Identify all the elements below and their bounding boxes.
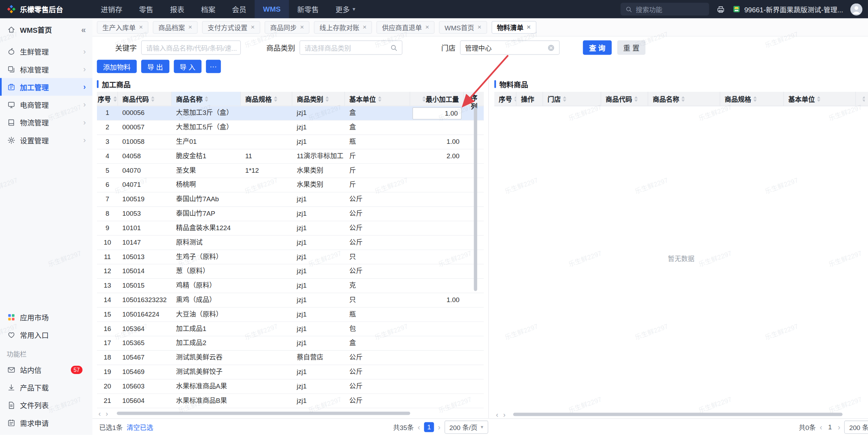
column-header-idx[interactable]: 序号 [494, 92, 517, 106]
tab-close-icon[interactable]: × [363, 24, 366, 30]
table-row[interactable]: 16105364加工成品1jzj1包 [97, 322, 484, 336]
sidebar-item-wms-home[interactable]: WMS首页 « [0, 18, 92, 41]
scroll-left-icon[interactable]: ‹ [97, 410, 103, 417]
column-header-store[interactable]: 门店 [543, 92, 601, 106]
next-page-icon[interactable]: › [438, 423, 441, 431]
topnav-item[interactable]: 新零售 [289, 0, 327, 18]
column-header-spec[interactable]: 商品规格 [241, 92, 292, 106]
keyword-input[interactable]: 请输入商品名称/代码/条码/速... [141, 41, 241, 55]
column-header-unit[interactable]: 基本单位 [784, 92, 856, 106]
table-row[interactable]: 20105603水果标准商品A果jzj1公斤 [97, 380, 484, 394]
sidebar-tool-item[interactable]: 站内信57 [0, 361, 92, 378]
tab-close-icon[interactable]: × [188, 24, 192, 30]
tab-item[interactable]: 支付方式设置× [202, 21, 260, 33]
column-header-category[interactable]: 商品类别 [292, 92, 345, 106]
current-page-button[interactable]: 1 [424, 422, 434, 432]
tab-close-icon[interactable]: × [527, 24, 530, 30]
sidebar-item[interactable]: 加工管理› [0, 78, 92, 96]
category-search-icon[interactable] [390, 44, 397, 51]
next-page-icon[interactable]: › [838, 423, 840, 431]
tab-close-icon[interactable]: × [300, 24, 304, 30]
table-row[interactable]: 12105014葱（原料）jzj1公斤 [97, 264, 484, 279]
table-row[interactable]: 810053泰国山竹7APjzj1公斤 [97, 207, 484, 221]
table-row[interactable]: 13105015鸡精（原料）jzj1克 [97, 279, 484, 293]
sidebar-tool-item[interactable]: 文件列表 [0, 396, 92, 414]
column-header-name[interactable]: 商品名称 [172, 92, 241, 106]
sidebar-item[interactable]: 物流管理› [0, 114, 92, 131]
scroll-right-icon[interactable]: › [104, 410, 110, 417]
column-header-op[interactable]: 操作 [516, 92, 543, 106]
store-filter-input[interactable]: 管理中心 [460, 41, 560, 55]
category-input[interactable]: 请选择商品类别 [299, 41, 402, 55]
store-selector[interactable]: 99661-新界面果蔬版测试-管理... [733, 4, 843, 14]
action-button[interactable]: 导 出 [141, 60, 169, 73]
column-header-name[interactable]: 商品名称 [648, 92, 720, 106]
action-button[interactable]: 导 入 [174, 60, 201, 73]
avatar[interactable] [850, 3, 863, 16]
topnav-item[interactable]: 进销存 [92, 0, 130, 18]
table-row[interactable]: 7100519泰国山竹7AAbjzj1公斤 [97, 192, 484, 207]
table-row[interactable]: 1010147原料测试jzj1公斤 [97, 236, 484, 250]
clear-icon[interactable] [547, 44, 554, 51]
table-row[interactable]: 604071杨桃啊水果类别斤 [97, 178, 484, 192]
table-row[interactable]: 504070圣女果1*12水果类别斤 [97, 164, 484, 178]
table-row[interactable]: 19105469测试凯美鲜饺子jzj1公斤 [97, 365, 484, 380]
sidebar-item[interactable]: 生鲜管理› [0, 43, 92, 60]
action-button[interactable]: ⋯ [206, 60, 221, 73]
topnav-item[interactable]: 档案 [193, 0, 224, 18]
table-row[interactable]: 151050164224大豆油（原料）jzj1瓶 [97, 308, 484, 322]
sidebar-item[interactable]: 应用市场 [0, 308, 92, 326]
tab-item[interactable]: 线上存款对账× [314, 21, 372, 33]
scrollbar-thumb[interactable] [117, 412, 410, 415]
topnav-item[interactable]: 更多▾ [327, 0, 364, 18]
column-header-code[interactable]: 商品代码 [118, 92, 171, 106]
topnav-item[interactable]: 报表 [162, 0, 193, 18]
min-qty-input[interactable]: 1.00 [412, 107, 462, 120]
sidebar-tool-item[interactable]: 需求申请 [0, 414, 92, 431]
global-search-input[interactable]: 搜索功能 [621, 3, 709, 16]
sidebar-item[interactable]: 设置管理› [0, 131, 92, 149]
column-header-min_qty[interactable]: 最小加工量 [410, 92, 464, 106]
page-size-select[interactable]: 200 条/页 ▾ [844, 420, 868, 434]
tab-close-icon[interactable]: × [478, 24, 481, 30]
table-row[interactable]: 17105365加工成品2jzj1盒 [97, 336, 484, 351]
tab-item[interactable]: 生产入库单× [97, 21, 148, 33]
table-row[interactable]: 21105604水果标准商品B果jzj1公斤 [97, 394, 484, 408]
table-row[interactable]: 18105467测试凯美鲜云吞蔡自营店公斤 [97, 351, 484, 365]
scrollbar-track[interactable] [509, 413, 868, 416]
tab-item[interactable]: 物料清单× [491, 21, 536, 33]
table-row[interactable]: 11105013生鸡子（原料）jzj1只 [97, 250, 484, 264]
reset-button[interactable]: 重 置 [617, 41, 645, 55]
column-header-extra[interactable] [856, 92, 864, 106]
column-header-seq[interactable]: 序列 [464, 92, 479, 106]
tab-close-icon[interactable]: × [425, 24, 429, 30]
scroll-right-icon[interactable]: › [502, 411, 507, 418]
sidebar-item[interactable]: 常用入口 [0, 326, 92, 343]
tab-close-icon[interactable]: × [251, 24, 255, 30]
tab-item[interactable]: 商品档案× [153, 21, 198, 33]
right-current-page[interactable]: 1 [826, 423, 834, 431]
table-row[interactable]: 404058脆皮金桔11111演示非标加工斤2.00 [97, 149, 484, 164]
sidebar-tool-item[interactable]: 产品下载 [0, 379, 92, 396]
topnav-item[interactable]: WMS [255, 0, 289, 18]
page-size-select[interactable]: 200 条/页 ▾ [444, 420, 488, 434]
prev-page-icon[interactable]: ‹ [820, 423, 822, 431]
clear-selection-link[interactable]: 清空已选 [127, 422, 153, 432]
action-button[interactable]: 添加物料 [97, 60, 137, 73]
table-row[interactable]: 14105016323232熏鸡（成品）jzj1只1.00 [97, 293, 484, 308]
column-header-code[interactable]: 商品代码 [601, 92, 648, 106]
scrollbar-thumb[interactable] [513, 413, 843, 416]
sidebar-item[interactable]: 标准管理› [0, 60, 92, 78]
column-header-idx[interactable]: 序号 [97, 92, 118, 106]
prev-page-icon[interactable]: ‹ [418, 423, 420, 431]
brand-logo[interactable]: 乐檬零售后台 [0, 0, 92, 18]
table-row[interactable]: 2000057大葱加工5斤（盒）jzj1盒 [97, 121, 484, 135]
scrollbar-track[interactable] [111, 412, 484, 415]
table-row[interactable]: 3010058生产01jzj1瓶1.00 [97, 135, 484, 149]
tab-item[interactable]: 供应商直退单× [377, 21, 435, 33]
vertical-scrollbar[interactable] [474, 107, 477, 291]
sidebar-item[interactable]: 电商管理› [0, 96, 92, 114]
tab-item[interactable]: 商品同步× [265, 21, 309, 33]
search-button[interactable]: 查 询 [583, 41, 612, 55]
topnav-item[interactable]: 零售 [130, 0, 162, 18]
